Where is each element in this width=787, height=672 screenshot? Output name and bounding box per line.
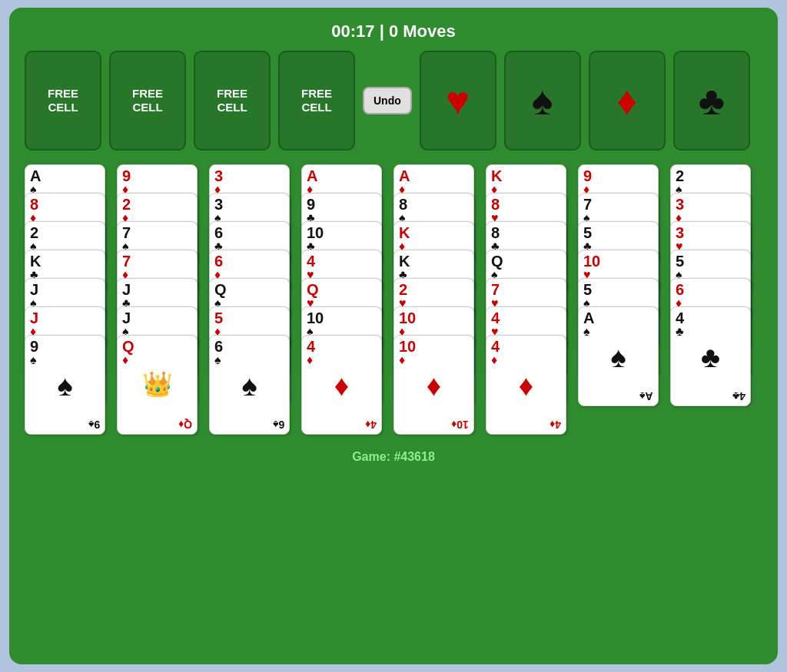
card-col8-6[interactable]: 4♣♣4♣ [670, 306, 751, 406]
free-cell-4[interactable]: FREECELL [278, 51, 355, 151]
foundation-spades[interactable]: ♠ [504, 51, 581, 151]
undo-button[interactable]: Undo [363, 87, 412, 114]
card-col2-7[interactable]: Q♦👑Q♦ [117, 335, 198, 435]
card-col6-7[interactable]: 4♦♦4♦ [486, 335, 566, 435]
card-col3-7[interactable]: 6♠♠6♠ [209, 335, 290, 435]
free-cell-1[interactable]: FREECELL [25, 51, 101, 151]
card-columns: A♠8♦2♠K♣J♠J♦9♠♠9♠9♦2♦7♠7♦J♣J♠Q♦👑Q♦3♦3♠6♣… [25, 164, 762, 435]
free-cell-3[interactable]: FREECELL [194, 51, 271, 151]
foundation-clubs[interactable]: ♣ [673, 51, 750, 151]
game-id-display: Game: #43618 [25, 450, 762, 464]
column-1: A♠8♦2♠K♣J♠J♦9♠♠9♠ [25, 164, 109, 435]
top-row: FREECELL FREECELL FREECELL FREECELL Undo… [25, 51, 762, 151]
column-8: 2♠3♦3♥5♠6♦4♣♣4♣ [670, 164, 755, 406]
card-col5-7[interactable]: 10♦♦10♦ [394, 335, 474, 435]
timer-moves: 00:17 | 0 Moves [331, 22, 455, 41]
game-header: 00:17 | 0 Moves [25, 15, 762, 51]
game-container: 00:17 | 0 Moves FREECELL FREECELL FREECE… [9, 8, 778, 664]
column-5: A♦8♠K♦K♣2♥10♦10♦♦10♦ [394, 164, 478, 435]
card-col1-7[interactable]: 9♠♠9♠ [25, 335, 105, 435]
column-2: 9♦2♦7♠7♦J♣J♠Q♦👑Q♦ [117, 164, 201, 435]
column-6: K♦8♥8♣Q♠7♥4♥4♦♦4♦ [486, 164, 570, 435]
game-id-number: #43618 [394, 450, 434, 463]
game-id-label: Game: [352, 450, 394, 463]
column-7: 9♦7♠5♣10♥5♠A♠♠A♠ [578, 164, 662, 406]
column-3: 3♦3♠6♣6♦Q♠5♦6♠♠6♠ [209, 164, 294, 435]
free-cell-2[interactable]: FREECELL [109, 51, 186, 151]
card-col4-7[interactable]: 4♦♦4♦ [301, 335, 382, 435]
foundation-hearts[interactable]: ♥ [420, 51, 496, 151]
card-col7-6[interactable]: A♠♠A♠ [578, 306, 659, 406]
foundation-diamonds[interactable]: ♦ [589, 51, 666, 151]
column-4: A♦9♣10♣4♥Q♥10♠4♦♦4♦ [301, 164, 386, 435]
